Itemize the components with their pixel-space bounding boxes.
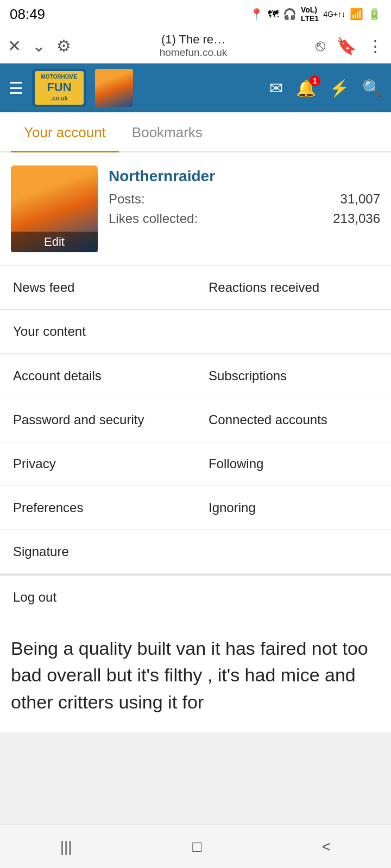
logo-motorhome: MOTORHOME (41, 74, 77, 80)
likes-stat: Likes collected: 213,036 (109, 211, 380, 226)
profile-edit-label[interactable]: Edit (11, 232, 98, 252)
lightning-icon[interactable]: ⚡ (329, 79, 349, 98)
menu-preferences[interactable]: Preferences (0, 486, 195, 530)
page-content: Being a quality built van it has faired … (0, 619, 391, 732)
menu-your-content[interactable]: Your content (0, 310, 391, 354)
share-button[interactable]: ⎋ (316, 36, 325, 55)
location-icon: 📍 (250, 8, 263, 21)
logo-sub: .co.uk (51, 95, 68, 102)
menu-signature[interactable]: Signature (0, 530, 391, 574)
profile-section: Edit Northernraider Posts: 31,007 Likes … (0, 152, 391, 266)
notification-badge: 1 (310, 75, 320, 86)
search-icon[interactable]: 🔍 (362, 79, 382, 98)
profile-avatar[interactable]: Edit (11, 165, 98, 252)
posts-label: Posts: (109, 192, 145, 207)
profile-username[interactable]: Northernraider (109, 168, 380, 185)
recents-button[interactable]: ||| (60, 838, 72, 856)
likes-label: Likes collected: (109, 211, 198, 226)
profile-info: Northernraider Posts: 31,007 Likes colle… (109, 165, 380, 231)
menu-divider-2 (0, 574, 391, 575)
tab-your-account[interactable]: Your account (11, 112, 119, 152)
signal-bars: 📶 (350, 8, 363, 21)
mail-icon[interactable]: ✉ (269, 79, 283, 98)
bell-icon[interactable]: 🔔 1 (296, 79, 316, 98)
page-domain: homefun.co.uk (82, 47, 305, 59)
posts-value: 31,007 (340, 192, 380, 207)
bottom-nav: ||| □ < (0, 825, 391, 868)
site-header: ☰ MOTORHOME FUN .co.uk ✉ 🔔 1 ⚡ 🔍 (0, 63, 391, 112)
menu-news-feed[interactable]: News feed (0, 266, 195, 310)
dropdown-panel: Your account Bookmarks Edit Northernraid… (0, 112, 391, 619)
menu-password-security[interactable]: Password and security (0, 398, 195, 442)
map-icon: 🗺 (268, 8, 279, 21)
menu-log-out[interactable]: Log out (13, 590, 378, 605)
browser-chrome: ✕ ⌄ ⚙ (1) The re… homefun.co.uk ⎋ 🔖 ⋮ (0, 28, 391, 63)
close-button[interactable]: ✕ (8, 36, 21, 55)
menu-grid: News feed Reactions received Your conten… (0, 266, 391, 575)
logout-section: Log out (0, 575, 391, 619)
menu-reactions-received[interactable]: Reactions received (195, 266, 391, 310)
likes-value: 213,036 (333, 211, 380, 226)
user-avatar-header[interactable] (95, 69, 133, 107)
logo-fun: FUN (47, 80, 71, 94)
status-icons: 📍 🗺 🎧 VoL)LTE1 4G+↑↓ 📶 🔋 (250, 5, 381, 23)
menu-privacy[interactable]: Privacy (0, 442, 195, 486)
hamburger-menu[interactable]: ☰ (9, 79, 23, 98)
url-bar[interactable]: (1) The re… homefun.co.uk (82, 33, 305, 59)
posts-stat: Posts: 31,007 (109, 192, 380, 207)
bookmark-button[interactable]: 🔖 (336, 36, 356, 55)
headset-icon: 🎧 (283, 8, 297, 21)
status-bar: 08:49 📍 🗺 🎧 VoL)LTE1 4G+↑↓ 📶 🔋 (0, 0, 391, 28)
signal-indicator: 4G+↑↓ (323, 10, 345, 18)
status-time: 08:49 (10, 6, 45, 23)
header-icons: ✉ 🔔 1 ⚡ 🔍 (269, 79, 382, 98)
home-button[interactable]: □ (192, 838, 201, 856)
back-button[interactable]: < (322, 838, 331, 856)
menu-connected-accounts[interactable]: Connected accounts (195, 398, 391, 442)
menu-account-details[interactable]: Account details (0, 354, 195, 398)
page-title: (1) The re… (82, 33, 305, 47)
menu-subscriptions[interactable]: Subscriptions (195, 354, 391, 398)
battery-icon: 🔋 (368, 8, 381, 21)
filter-button[interactable]: ⚙ (56, 36, 71, 55)
tabs: Your account Bookmarks (0, 112, 391, 152)
menu-ignoring[interactable]: Ignoring (195, 486, 391, 530)
dropdown-button[interactable]: ⌄ (32, 36, 46, 55)
tab-bookmarks[interactable]: Bookmarks (119, 112, 216, 151)
menu-following[interactable]: Following (195, 442, 391, 486)
more-button[interactable]: ⋮ (367, 36, 383, 55)
volte-indicator: VoL)LTE1 (301, 5, 319, 23)
site-logo[interactable]: MOTORHOME FUN .co.uk (32, 69, 86, 107)
